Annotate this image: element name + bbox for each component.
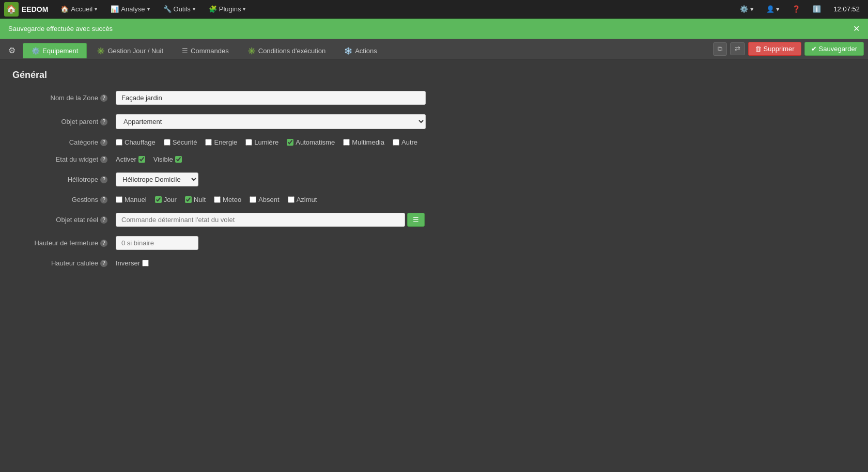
absent-checkbox[interactable]	[250, 196, 256, 203]
save-label: Sauvegarder	[819, 45, 857, 53]
gestion-jour[interactable]: Jour	[155, 196, 177, 203]
chauffage-label: Chauffage	[125, 138, 156, 146]
nav-analyse-label: Analyse	[121, 5, 145, 13]
analyse-caret: ▾	[147, 6, 150, 12]
gestion-azimut[interactable]: Azimut	[288, 196, 317, 203]
gestion-nuit[interactable]: Nuit	[185, 196, 206, 203]
inverser-checkbox[interactable]	[142, 260, 149, 266]
tab-equipement[interactable]: ⚙️ Equipement	[23, 43, 87, 58]
categories-group: Chauffage Sécurité Energie Lumière Autom…	[116, 138, 417, 146]
heliotrope-select[interactable]: Héliotrope Domicile Héliotrope Bureau	[116, 172, 198, 186]
activer-checkbox[interactable]	[138, 156, 145, 163]
nav-accueil-label: Accueil	[71, 5, 92, 13]
nav-plugins-label: Plugins	[219, 5, 241, 13]
jour-label: Jour	[164, 196, 177, 203]
category-energie[interactable]: Energie	[205, 138, 237, 146]
visible-item[interactable]: Visible	[153, 155, 182, 163]
brand-label: EEDOM	[22, 5, 48, 13]
category-securite[interactable]: Sécurité	[164, 138, 197, 146]
tab-settings-button[interactable]: ⚙	[4, 42, 20, 58]
etat-widget-label: Etat du widget ?	[12, 155, 116, 163]
objet-parent-help-icon[interactable]: ?	[100, 118, 107, 125]
banner-message: Sauvegarde effectuée avec succès	[8, 25, 113, 33]
clock-display: 12:07:52	[829, 5, 864, 13]
delete-button[interactable]: 🗑 Supprimer	[748, 42, 801, 56]
gestion-absent[interactable]: Absent	[250, 196, 279, 203]
nav-user[interactable]: 👤 ▾	[762, 3, 784, 15]
analyse-icon: 📊	[111, 5, 119, 13]
share-button[interactable]: ⇄	[730, 42, 745, 55]
nuit-checkbox[interactable]	[185, 196, 192, 203]
objet-etat-reel-input[interactable]	[116, 213, 405, 227]
manuel-checkbox[interactable]	[116, 196, 122, 203]
nav-help[interactable]: ❓	[788, 3, 804, 15]
nom-zone-input[interactable]	[116, 91, 426, 105]
navbar: 🏠 EEDOM 🏠 Accueil ▾ 📊 Analyse ▾ 🔧 Outils…	[0, 0, 868, 19]
gestions-group: Manuel Jour Nuit Meteo Absent Azimut	[116, 196, 317, 203]
energie-checkbox[interactable]	[205, 139, 212, 146]
objet-etat-reel-button[interactable]: ☰	[407, 213, 425, 227]
visible-label: Visible	[153, 155, 173, 163]
lumiere-checkbox[interactable]	[245, 139, 252, 146]
visible-checkbox[interactable]	[175, 156, 182, 163]
gestion-meteo[interactable]: Meteo	[214, 196, 241, 203]
delete-label: Supprimer	[764, 45, 795, 53]
nav-right: ⚙️ ▾ 👤 ▾ ❓ ℹ️ 12:07:52	[736, 3, 864, 15]
category-chauffage[interactable]: Chauffage	[116, 138, 156, 146]
save-icon: ✔	[811, 45, 817, 53]
objet-etat-help-icon[interactable]: ?	[100, 216, 107, 224]
nav-plugins[interactable]: 🧩 Plugins ▾	[203, 2, 252, 16]
inverser-label: Inverser	[116, 259, 140, 267]
securite-checkbox[interactable]	[164, 139, 171, 146]
hauteur-calulee-label: Hauteur calulée ?	[12, 259, 116, 267]
autre-label: Autre	[401, 138, 417, 146]
save-button[interactable]: ✔ Sauvegarder	[804, 42, 864, 56]
tab-commandes[interactable]: ☰ Commandes	[173, 43, 238, 58]
jour-checkbox[interactable]	[155, 196, 162, 203]
activer-label: Activer	[116, 155, 136, 163]
categorie-help-icon[interactable]: ?	[100, 139, 107, 146]
brand[interactable]: 🏠 EEDOM	[4, 2, 48, 17]
copy-button[interactable]: ⧉	[713, 42, 727, 56]
automatisme-checkbox[interactable]	[287, 139, 293, 146]
nom-zone-label: Nom de la Zone ?	[12, 94, 116, 102]
gestions-help-icon[interactable]: ?	[100, 196, 107, 203]
autre-checkbox[interactable]	[393, 139, 399, 146]
category-lumiere[interactable]: Lumière	[245, 138, 278, 146]
inverser-item[interactable]: Inverser	[116, 259, 149, 267]
nav-accueil[interactable]: 🏠 Accueil ▾	[54, 2, 103, 16]
objet-parent-select[interactable]: Appartement Maison Jardin	[116, 114, 426, 129]
gestion-manuel[interactable]: Manuel	[116, 196, 147, 203]
logo-icon: 🏠	[4, 2, 19, 17]
category-automatisme[interactable]: Automatisme	[287, 138, 335, 146]
heliotrope-help-icon[interactable]: ?	[100, 176, 107, 183]
banner-close-button[interactable]: ✕	[853, 24, 860, 34]
nav-settings[interactable]: ⚙️ ▾	[736, 3, 758, 15]
etat-widget-help-icon[interactable]: ?	[100, 156, 107, 163]
nav-outils[interactable]: 🔧 Outils ▾	[157, 2, 202, 16]
section-title: Général	[12, 70, 856, 81]
tab-gestion-jour-nuit[interactable]: ✳️ Gestion Jour / Nuit	[88, 43, 172, 58]
categorie-label: Catégorie ?	[12, 138, 116, 146]
nom-zone-help-icon[interactable]: ?	[100, 95, 107, 102]
tab-actions[interactable]: ❄️ Actions	[335, 43, 386, 58]
chauffage-checkbox[interactable]	[116, 139, 122, 146]
lumiere-label: Lumière	[254, 138, 278, 146]
tab-bar: ⚙ ⚙️ Equipement ✳️ Gestion Jour / Nuit ☰…	[0, 39, 868, 59]
multimedia-checkbox[interactable]	[343, 139, 350, 146]
category-multimedia[interactable]: Multimedia	[343, 138, 384, 146]
activer-item[interactable]: Activer	[116, 155, 145, 163]
hauteur-calulee-help-icon[interactable]: ?	[100, 260, 107, 267]
equipement-tab-label: Equipement	[42, 47, 78, 55]
tab-conditions[interactable]: ✳️ Conditions d'exécution	[239, 43, 334, 58]
objet-etat-reel-label: Objet etat réel ?	[12, 216, 116, 224]
nav-outils-label: Outils	[174, 5, 191, 13]
hauteur-fermeture-help-icon[interactable]: ?	[100, 240, 107, 247]
hauteur-fermeture-input[interactable]	[116, 236, 198, 250]
meteo-checkbox[interactable]	[214, 196, 221, 203]
azimut-checkbox[interactable]	[288, 196, 295, 203]
category-autre[interactable]: Autre	[393, 138, 417, 146]
nav-info[interactable]: ℹ️	[809, 3, 825, 15]
success-banner: Sauvegarde effectuée avec succès ✕	[0, 19, 868, 39]
nav-analyse[interactable]: 📊 Analyse ▾	[104, 2, 156, 16]
